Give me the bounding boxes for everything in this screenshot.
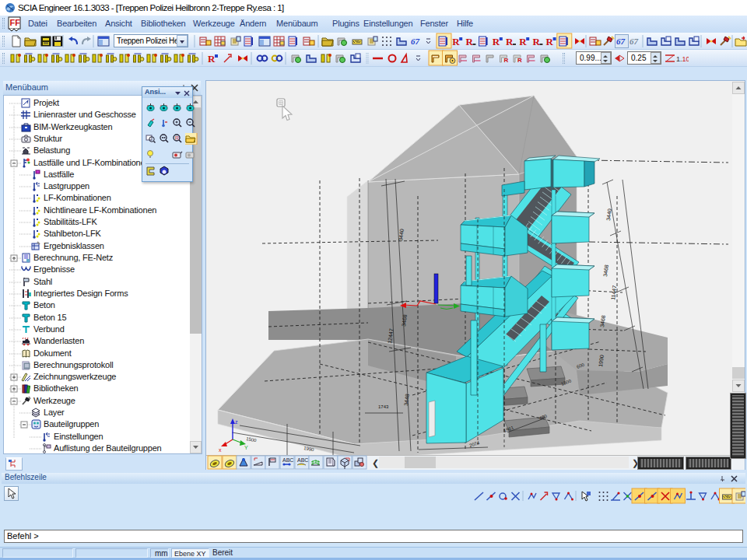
svg-text:R: R	[504, 57, 509, 64]
svg-text:R: R	[465, 36, 473, 47]
svg-text:R: R	[532, 36, 540, 47]
svg-text:67: 67	[411, 37, 420, 46]
svg-text:67: 67	[630, 37, 639, 46]
svg-text:x: x	[219, 447, 222, 453]
svg-text:1500: 1500	[246, 436, 258, 443]
svg-text:3468: 3468	[602, 264, 609, 277]
svg-text:ABC: ABC	[297, 457, 308, 463]
svg-text:R: R	[452, 36, 460, 47]
svg-text:R: R	[517, 57, 522, 64]
svg-text:Y: Y	[244, 445, 248, 450]
svg-text:R: R	[519, 36, 527, 47]
svg-text:1743: 1743	[378, 404, 389, 409]
svg-text:R: R	[208, 53, 216, 65]
svg-text:1990: 1990	[303, 446, 315, 452]
svg-text:FF: FF	[10, 18, 21, 27]
svg-text:R: R	[546, 36, 554, 47]
svg-text:1.10: 1.10	[676, 55, 689, 63]
svg-text:ABC: ABC	[282, 457, 293, 463]
svg-text:❮: ❮	[372, 458, 379, 468]
svg-text:R: R	[493, 36, 500, 47]
svg-text:3440: 3440	[605, 208, 612, 221]
svg-text:R: R	[506, 36, 514, 47]
svg-text:R: R	[175, 135, 179, 141]
svg-text:z: z	[235, 419, 238, 425]
svg-text:67: 67	[616, 37, 626, 46]
svg-text:11447: 11447	[610, 285, 617, 300]
